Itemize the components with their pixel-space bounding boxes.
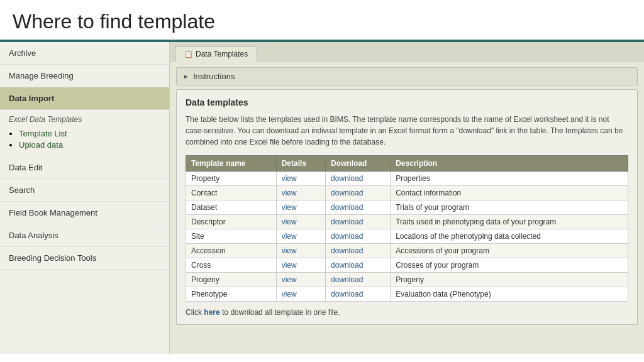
cell-desc-0: Properties [391, 172, 628, 186]
table-row: Contact view download Contact informatio… [186, 186, 628, 200]
data-card-title: Data templates [186, 97, 628, 107]
download-link-4[interactable]: download [331, 232, 363, 241]
template-list-link[interactable]: Template List [19, 129, 67, 138]
download-link-2[interactable]: download [331, 203, 363, 212]
table-row: Accession view download Accessions of yo… [186, 244, 628, 258]
col-header-template-name: Template name [186, 156, 277, 172]
sidebar-sub-list: Template List Upload data [0, 126, 169, 156]
download-link-7[interactable]: download [331, 275, 363, 284]
download-link-5[interactable]: download [331, 246, 363, 255]
table-header-row: Template name Details Download Descripti… [186, 156, 628, 172]
col-header-description: Description [391, 156, 628, 172]
cell-name-2: Dataset [186, 200, 277, 215]
download-link-3[interactable]: download [331, 217, 363, 226]
data-table: Template name Details Download Descripti… [186, 155, 628, 302]
page-title: Where to find template [13, 10, 631, 33]
cell-download-3[interactable]: download [325, 215, 390, 229]
cell-download-7[interactable]: download [325, 273, 390, 287]
download-link-1[interactable]: download [331, 189, 363, 197]
table-row: Progeny view download Progeny [186, 273, 628, 287]
cell-details-2[interactable]: view [276, 200, 325, 215]
cell-download-1[interactable]: download [325, 186, 390, 200]
data-card: Data templates The table below lists the… [176, 89, 638, 325]
sidebar-item-data-import[interactable]: Data Import [0, 87, 169, 110]
table-row: Site view download Locations of the phen… [186, 229, 628, 244]
cell-desc-1: Contact information [391, 186, 628, 200]
instructions-header[interactable]: ► Instructions [177, 68, 637, 85]
data-card-desc: The table below lists the templates used… [186, 114, 628, 148]
download-link-8[interactable]: download [331, 290, 363, 299]
sidebar-item-breeding-decision-tools[interactable]: Breeding Decision Tools [0, 247, 169, 270]
cell-details-6[interactable]: view [276, 258, 325, 273]
cell-details-3[interactable]: view [276, 215, 325, 229]
sidebar-sub-item-upload-data[interactable]: Upload data [19, 140, 160, 150]
col-header-download: Download [325, 156, 390, 172]
cell-details-1[interactable]: view [276, 186, 325, 200]
table-row: Cross view download Crosses of your prog… [186, 258, 628, 273]
cell-name-1: Contact [186, 186, 277, 200]
details-link-6[interactable]: view [282, 261, 297, 270]
sidebar-item-search[interactable]: Search [0, 179, 169, 202]
cell-desc-5: Accessions of your program [391, 244, 628, 258]
col-header-details: Details [276, 156, 325, 172]
sidebar-item-archive[interactable]: Archive [0, 42, 169, 65]
sidebar-item-data-edit[interactable]: Data Edit [0, 156, 169, 179]
cell-download-5[interactable]: download [325, 244, 390, 258]
details-link-7[interactable]: view [282, 275, 297, 284]
cell-download-6[interactable]: download [325, 258, 390, 273]
cell-name-4: Site [186, 229, 277, 244]
sidebar-item-field-book-management[interactable]: Field Book Management [0, 202, 169, 224]
details-link-2[interactable]: view [282, 203, 297, 212]
cell-download-0[interactable]: download [325, 172, 390, 186]
cell-download-8[interactable]: download [325, 287, 390, 302]
cell-download-4[interactable]: download [325, 229, 390, 244]
tab-icon: 📋 [184, 50, 193, 58]
cell-details-5[interactable]: view [276, 244, 325, 258]
details-link-3[interactable]: view [282, 217, 297, 226]
details-link-4[interactable]: view [282, 232, 297, 241]
tab-bar: 📋 Data Templates [170, 42, 644, 62]
sidebar-sub-item-template-list[interactable]: Template List [19, 129, 160, 138]
main-layout: Archive Manage Breeding Data Import Exce… [0, 42, 644, 354]
cell-desc-2: Trials of your program [391, 200, 628, 215]
details-link-1[interactable]: view [282, 189, 297, 197]
table-row: Descriptor view download Traits used in … [186, 215, 628, 229]
instructions-label: Instructions [193, 72, 235, 81]
cell-name-7: Progeny [186, 273, 277, 287]
footer-note: Click here to download all template in o… [186, 308, 628, 317]
cell-download-2[interactable]: download [325, 200, 390, 215]
tab-label: Data Templates [196, 50, 248, 58]
table-row: Phenotype view download Evaluation data … [186, 287, 628, 302]
sidebar-sub-section-label: Excel Data Templates [0, 110, 169, 126]
table-row: Property view download Properties [186, 172, 628, 186]
table-row: Dataset view download Trials of your pro… [186, 200, 628, 215]
details-link-5[interactable]: view [282, 246, 297, 255]
download-all-link[interactable]: here [204, 308, 219, 317]
details-link-0[interactable]: view [282, 174, 297, 183]
details-link-8[interactable]: view [282, 290, 297, 299]
sidebar: Archive Manage Breeding Data Import Exce… [0, 42, 170, 354]
data-templates-tab[interactable]: 📋 Data Templates [175, 46, 257, 62]
cell-desc-3: Traits used in phenotyping data of your … [391, 215, 628, 229]
cell-details-7[interactable]: view [276, 273, 325, 287]
instructions-panel: ► Instructions [176, 67, 638, 85]
cell-details-4[interactable]: view [276, 229, 325, 244]
page-header: Where to find template [0, 0, 644, 42]
instructions-arrow-icon: ► [183, 73, 189, 80]
footer-prefix: Click [186, 308, 204, 317]
cell-desc-7: Progeny [391, 273, 628, 287]
cell-name-0: Property [186, 172, 277, 186]
cell-name-6: Cross [186, 258, 277, 273]
download-link-0[interactable]: download [331, 174, 363, 183]
content-area: 📋 Data Templates ► Instructions Data tem… [170, 42, 644, 354]
cell-name-5: Accession [186, 244, 277, 258]
sidebar-item-data-analysis[interactable]: Data Analysis [0, 224, 169, 247]
cell-details-0[interactable]: view [276, 172, 325, 186]
upload-data-link[interactable]: Upload data [19, 140, 63, 150]
sidebar-item-manage-breeding[interactable]: Manage Breeding [0, 65, 169, 87]
cell-desc-8: Evaluation data (Phenotype) [391, 287, 628, 302]
footer-suffix: to download all template in one file. [220, 308, 340, 317]
cell-details-8[interactable]: view [276, 287, 325, 302]
download-link-6[interactable]: download [331, 261, 363, 270]
cell-name-3: Descriptor [186, 215, 277, 229]
